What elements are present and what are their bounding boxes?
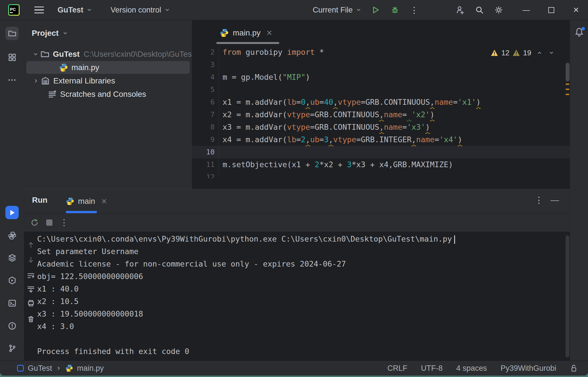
tree-item-gutest-root[interactable]: GuTest C:\Users\cxin0\Desktop\GuTest [24, 47, 192, 61]
scroll-to-end-icon[interactable] [27, 285, 35, 293]
unlocked-icon[interactable] [570, 364, 578, 372]
code-text[interactable]: x4 = m.addVar(lb=2,ub=3,vtype=GRB.INTEGE… [219, 133, 462, 146]
scrollbar-warning-mark[interactable] [566, 89, 569, 90]
scratches-icon [48, 90, 57, 99]
code-text[interactable] [219, 171, 223, 178]
code-text[interactable]: x1 = m.addVar(lb=0,ub=40,vtype=GRB.CONTI… [219, 96, 481, 108]
maximize-button[interactable] [545, 4, 557, 16]
scrollbar-warning-mark[interactable] [566, 94, 569, 95]
settings-gear-icon[interactable] [494, 5, 504, 15]
vcs-selector[interactable]: Version control [111, 6, 170, 14]
project-panel-header[interactable]: Project [24, 20, 192, 38]
soft-wrap-icon[interactable] [27, 272, 35, 280]
editor-scrollbar-thumb[interactable] [566, 63, 570, 81]
search-everywhere-icon[interactable] [475, 5, 484, 15]
console-output[interactable]: C:\Users\cxin0\.conda\envs\Py39WithGurob… [37, 233, 561, 358]
code-with-me-icon[interactable] [455, 5, 465, 15]
code-line[interactable]: 10 [192, 146, 570, 158]
console-line: obj= 122.50000000000006 [37, 270, 561, 283]
code-line[interactable]: 9x4 = m.addVar(lb=2,ub=3,vtype=GRB.INTEG… [192, 133, 570, 146]
chevron-right-icon[interactable] [33, 78, 39, 83]
code-lines[interactable]: 2from gurobipy import *34m = gp.Model("M… [192, 45, 570, 178]
down-stacktrace-icon[interactable] [27, 256, 35, 264]
line-number: 5 [192, 83, 219, 96]
close-tab-icon[interactable]: ✕ [101, 197, 107, 206]
tree-item-scratches[interactable]: Scratches and Consoles [24, 87, 192, 101]
run-configuration-selector[interactable]: Current File [313, 6, 361, 14]
stop-icon[interactable] [46, 219, 52, 226]
version-control-tool-button[interactable] [5, 342, 19, 355]
more-tool-windows-icon[interactable]: ⋯ [5, 73, 19, 86]
encoding-widget[interactable]: UTF-8 [421, 364, 443, 373]
code-line[interactable]: 7x2 = m.addVar(vtype=GRB.CONTINUOUS,name… [192, 108, 570, 121]
python-file-icon [66, 197, 74, 206]
inspection-widget[interactable]: 12 19 [490, 47, 554, 59]
project-selector[interactable]: GuTest [58, 6, 92, 14]
rerun-icon[interactable] [30, 218, 39, 227]
code-line[interactable]: 4m = gp.Model("MIP") [192, 71, 570, 83]
next-warning-chevron-down-icon[interactable] [549, 50, 554, 55]
code-line[interactable]: 11m.setObjective(x1 + 2*x2 + 3*x3 + x4,G… [192, 158, 570, 171]
line-separator-widget[interactable]: CRLF [387, 364, 407, 373]
run-options-kebab-icon[interactable]: ⋮ [535, 195, 543, 205]
structure-tool-button[interactable] [5, 51, 19, 64]
editor-tab-main-py[interactable]: main.py ✕ [216, 25, 276, 41]
right-tool-stripe [570, 20, 588, 361]
code-text[interactable] [219, 83, 223, 96]
project-panel-title: Project [32, 29, 59, 38]
tree-item-main-py[interactable]: main.py [24, 61, 192, 74]
chevron-down-icon[interactable] [33, 52, 38, 57]
indent-widget[interactable]: 4 spaces [456, 364, 487, 373]
weak-warning-count: 19 [523, 49, 531, 57]
services-layers-tool-button[interactable] [5, 251, 19, 264]
code-text[interactable] [219, 58, 223, 71]
breadcrumb[interactable]: GuTest main.py [17, 364, 104, 373]
code-text[interactable]: m = gp.Model("MIP") [219, 71, 310, 83]
chevron-down-icon [63, 31, 68, 36]
code-line[interactable]: 5 [192, 83, 570, 96]
code-line[interactable]: 12 [192, 171, 570, 178]
notifications-bell-icon[interactable] [574, 27, 585, 38]
interpreter-widget[interactable]: Py39WithGurobi [500, 364, 556, 373]
scrollbar-warning-mark[interactable] [566, 83, 569, 85]
run-tab-main[interactable]: main ✕ [66, 193, 107, 209]
code-line[interactable]: 6x1 = m.addVar(lb=0,ub=40,vtype=GRB.CONT… [192, 96, 570, 108]
tree-item-label: GuTest [53, 50, 80, 59]
up-stacktrace-icon[interactable] [27, 241, 35, 249]
hide-tool-window-icon[interactable]: — [551, 195, 559, 205]
python-console-tool-button[interactable] [5, 274, 19, 287]
run-toolbar: ⋮ [24, 213, 570, 232]
run-tool-button[interactable] [5, 206, 19, 219]
minimize-button[interactable]: — [521, 4, 532, 16]
problems-tool-button[interactable] [5, 319, 19, 332]
console-more-kebab-icon[interactable]: ⋮ [60, 217, 68, 227]
more-actions-kebab-icon[interactable]: ⋮ [409, 5, 419, 15]
main-menu-icon[interactable] [34, 7, 44, 14]
code-text[interactable]: x3 = m.addVar(vtype=GRB.CONTINUOUS,name=… [219, 121, 430, 133]
code-text[interactable]: x2 = m.addVar(vtype=GRB.CONTINUOUS,name=… [219, 108, 435, 121]
tree-item-external-libraries[interactable]: External Libraries [24, 74, 192, 87]
close-tab-icon[interactable]: ✕ [266, 29, 272, 37]
code-text[interactable] [219, 146, 223, 158]
code-line[interactable]: 8x3 = m.addVar(vtype=GRB.CONTINUOUS,name… [192, 121, 570, 133]
breadcrumb-project[interactable]: GuTest [28, 364, 52, 373]
console-line: x3 : 19.500000000000018 [37, 308, 561, 320]
debug-button[interactable] [390, 5, 400, 15]
active-tab-indicator [216, 42, 279, 44]
code-line[interactable]: 3 [192, 58, 570, 71]
project-tool-button[interactable] [5, 27, 19, 40]
prev-warning-chevron-up-icon[interactable] [537, 50, 542, 55]
run-console[interactable]: C:\Users\cxin0\.conda\envs\Py39WithGurob… [24, 232, 570, 361]
close-button[interactable]: ✕ [570, 4, 582, 16]
code-text[interactable]: m.setObjective(x1 + 2*x2 + 3*x3 + x4,GRB… [219, 158, 453, 171]
terminal-tool-button[interactable] [5, 296, 19, 310]
print-icon[interactable] [27, 299, 35, 307]
tree-item-label: External Libraries [53, 76, 115, 85]
run-button[interactable] [371, 5, 380, 15]
clear-console-trash-icon[interactable] [27, 315, 35, 323]
python-packages-tool-button[interactable] [5, 229, 19, 242]
console-scrollbar-thumb[interactable] [566, 235, 569, 357]
breadcrumb-file[interactable]: main.py [77, 364, 104, 373]
code-text[interactable]: from gurobipy import * [219, 46, 324, 58]
left-tool-stripe: ⋯ [0, 20, 24, 361]
